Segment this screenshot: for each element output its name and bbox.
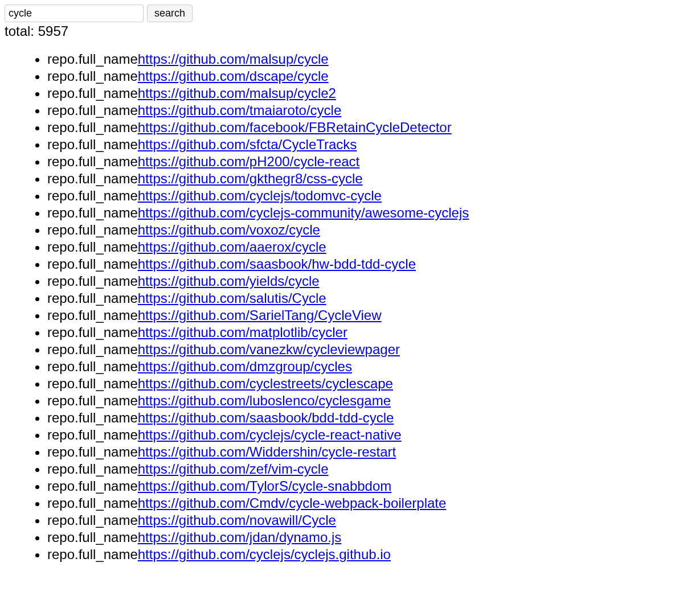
result-link[interactable]: https://github.com/malsup/cycle2	[138, 85, 336, 101]
result-link[interactable]: https://github.com/matplotlib/cycler	[138, 325, 347, 340]
result-link[interactable]: https://github.com/cyclejs/todomvc-cycle	[138, 188, 382, 203]
result-link[interactable]: https://github.com/jdan/dynamo.js	[138, 529, 342, 545]
result-label: repo.full_name	[47, 478, 138, 494]
result-label: repo.full_name	[47, 239, 138, 254]
result-link[interactable]: https://github.com/aaerox/cycle	[138, 239, 326, 254]
list-item: repo.full_namehttps://github.com/cyclest…	[47, 375, 682, 392]
result-link[interactable]: https://github.com/cyclejs/cyclejs.githu…	[138, 547, 391, 562]
result-link[interactable]: https://github.com/Cmdv/cycle-webpack-bo…	[138, 495, 447, 511]
result-link[interactable]: https://github.com/yields/cycle	[138, 273, 320, 289]
result-label: repo.full_name	[47, 547, 138, 562]
search-input[interactable]	[5, 5, 144, 22]
result-link[interactable]: https://github.com/luboslenco/cyclesgame	[138, 393, 391, 408]
result-label: repo.full_name	[47, 393, 138, 408]
result-label: repo.full_name	[47, 427, 138, 442]
result-label: repo.full_name	[47, 461, 138, 477]
total-count: total: 5957	[5, 23, 682, 39]
result-link[interactable]: https://github.com/cyclejs/cycle-react-n…	[138, 427, 402, 442]
list-item: repo.full_namehttps://github.com/pH200/c…	[47, 153, 682, 170]
result-link[interactable]: https://github.com/vanezkw/cycleviewpage…	[138, 342, 400, 357]
result-label: repo.full_name	[47, 85, 138, 101]
list-item: repo.full_namehttps://github.com/dscape/…	[47, 68, 682, 85]
result-label: repo.full_name	[47, 154, 138, 169]
search-button[interactable]: search	[147, 5, 193, 22]
list-item: repo.full_namehttps://github.com/zef/vim…	[47, 461, 682, 478]
result-link[interactable]: https://github.com/gkthegr8/css-cycle	[138, 171, 363, 186]
list-item: repo.full_namehttps://github.com/tmaiaro…	[47, 102, 682, 119]
list-item: repo.full_namehttps://github.com/SarielT…	[47, 307, 682, 324]
result-link[interactable]: https://github.com/dscape/cycle	[138, 68, 329, 84]
result-label: repo.full_name	[47, 307, 138, 323]
result-label: repo.full_name	[47, 495, 138, 511]
list-item: repo.full_namehttps://github.com/saasboo…	[47, 256, 682, 273]
list-item: repo.full_namehttps://github.com/dmzgrou…	[47, 358, 682, 375]
results-list: repo.full_namehttps://github.com/malsup/…	[5, 51, 682, 563]
result-link[interactable]: https://github.com/facebook/FBRetainCycl…	[138, 120, 452, 135]
list-item: repo.full_namehttps://github.com/vanezkw…	[47, 341, 682, 358]
list-item: repo.full_namehttps://github.com/lubosle…	[47, 392, 682, 409]
result-label: repo.full_name	[47, 51, 138, 67]
list-item: repo.full_namehttps://github.com/novawil…	[47, 512, 682, 529]
list-item: repo.full_namehttps://github.com/jdan/dy…	[47, 529, 682, 546]
result-label: repo.full_name	[47, 290, 138, 306]
result-link[interactable]: https://github.com/malsup/cycle	[138, 51, 329, 67]
list-item: repo.full_namehttps://github.com/Widders…	[47, 443, 682, 461]
result-link[interactable]: https://github.com/voxoz/cycle	[138, 222, 320, 237]
result-link[interactable]: https://github.com/saasbook/bdd-tdd-cycl…	[138, 410, 394, 425]
list-item: repo.full_namehttps://github.com/cyclejs…	[47, 426, 682, 443]
total-prefix: total:	[5, 23, 38, 39]
list-item: repo.full_namehttps://github.com/aaerox/…	[47, 239, 682, 256]
list-item: repo.full_namehttps://github.com/TylorS/…	[47, 478, 682, 495]
list-item: repo.full_namehttps://github.com/cyclejs…	[47, 204, 682, 221]
result-label: repo.full_name	[47, 188, 138, 203]
list-item: repo.full_namehttps://github.com/voxoz/c…	[47, 221, 682, 239]
list-item: repo.full_namehttps://github.com/cyclejs…	[47, 546, 682, 563]
result-label: repo.full_name	[47, 359, 138, 374]
total-value: 5957	[38, 23, 68, 39]
result-label: repo.full_name	[47, 325, 138, 340]
list-item: repo.full_namehttps://github.com/malsup/…	[47, 85, 682, 102]
result-label: repo.full_name	[47, 137, 138, 152]
result-label: repo.full_name	[47, 68, 138, 84]
result-label: repo.full_name	[47, 256, 138, 272]
result-link[interactable]: https://github.com/tmaiaroto/cycle	[138, 102, 342, 118]
result-link[interactable]: https://github.com/SarielTang/CycleView	[138, 307, 382, 323]
list-item: repo.full_namehttps://github.com/malsup/…	[47, 51, 682, 68]
result-link[interactable]: https://github.com/novawill/Cycle	[138, 512, 336, 528]
result-link[interactable]: https://github.com/Widdershin/cycle-rest…	[138, 444, 396, 459]
result-link[interactable]: https://github.com/cyclejs-community/awe…	[138, 205, 469, 220]
result-label: repo.full_name	[47, 205, 138, 220]
result-link[interactable]: https://github.com/pH200/cycle-react	[138, 154, 360, 169]
result-label: repo.full_name	[47, 171, 138, 186]
result-label: repo.full_name	[47, 529, 138, 545]
list-item: repo.full_namehttps://github.com/cyclejs…	[47, 187, 682, 204]
result-label: repo.full_name	[47, 102, 138, 118]
result-label: repo.full_name	[47, 376, 138, 391]
result-label: repo.full_name	[47, 342, 138, 357]
result-label: repo.full_name	[47, 410, 138, 425]
result-label: repo.full_name	[47, 512, 138, 528]
list-item: repo.full_namehttps://github.com/gkthegr…	[47, 170, 682, 187]
result-label: repo.full_name	[47, 120, 138, 135]
list-item: repo.full_namehttps://github.com/Cmdv/cy…	[47, 495, 682, 512]
list-item: repo.full_namehttps://github.com/sfcta/C…	[47, 136, 682, 153]
result-label: repo.full_name	[47, 273, 138, 289]
result-link[interactable]: https://github.com/TylorS/cycle-snabbdom	[138, 478, 392, 494]
list-item: repo.full_namehttps://github.com/matplot…	[47, 324, 682, 341]
list-item: repo.full_namehttps://github.com/saasboo…	[47, 409, 682, 426]
search-bar: search	[5, 5, 682, 22]
result-label: repo.full_name	[47, 444, 138, 459]
result-link[interactable]: https://github.com/dmzgroup/cycles	[138, 359, 352, 374]
result-link[interactable]: https://github.com/zef/vim-cycle	[138, 461, 329, 477]
result-link[interactable]: https://github.com/cyclestreets/cyclesca…	[138, 376, 393, 391]
list-item: repo.full_namehttps://github.com/faceboo…	[47, 119, 682, 136]
result-link[interactable]: https://github.com/saasbook/hw-bdd-tdd-c…	[138, 256, 416, 272]
result-link[interactable]: https://github.com/sfcta/CycleTracks	[138, 137, 357, 152]
list-item: repo.full_namehttps://github.com/yields/…	[47, 273, 682, 290]
list-item: repo.full_namehttps://github.com/salutis…	[47, 290, 682, 307]
result-label: repo.full_name	[47, 222, 138, 237]
result-link[interactable]: https://github.com/salutis/Cycle	[138, 290, 326, 306]
